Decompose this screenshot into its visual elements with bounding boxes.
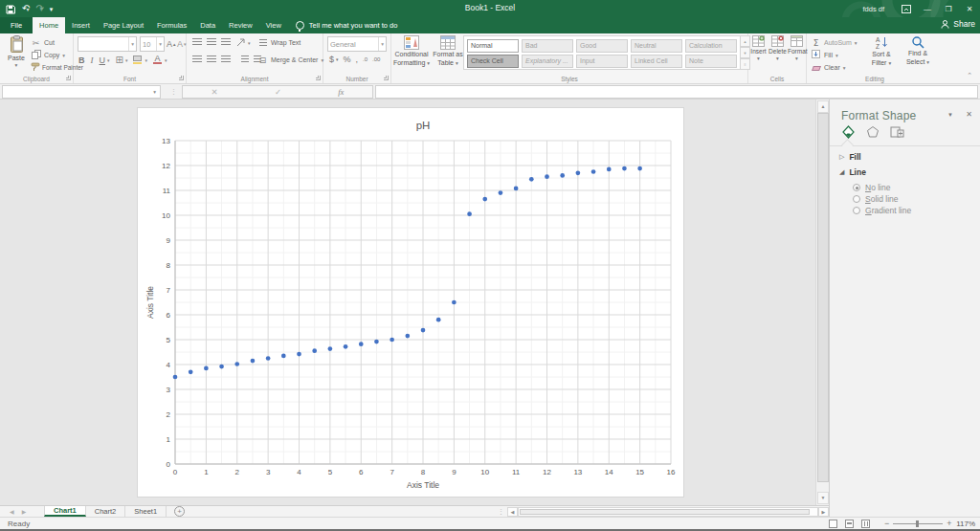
formula-input[interactable]: [375, 85, 978, 99]
zoom-out-icon[interactable]: −: [884, 519, 889, 528]
page-break-view-icon[interactable]: [861, 520, 870, 528]
chart[interactable]: 0123456789101112131415160123456789101112…: [137, 107, 684, 498]
line-section-header[interactable]: ◢Line: [839, 167, 866, 177]
sheet-tab-sheet1[interactable]: Sheet1: [125, 506, 167, 517]
autosum-button[interactable]: ΣAutoSum▾: [811, 36, 858, 49]
close-button[interactable]: ✕: [959, 0, 980, 17]
cell-style-good[interactable]: Good: [576, 39, 628, 53]
font-size-combo[interactable]: 10▾: [140, 36, 165, 52]
vertical-scrollbar-thumb[interactable]: [817, 113, 829, 482]
size-properties-tab-icon[interactable]: [890, 125, 904, 139]
line-option-no-line[interactable]: No line: [853, 183, 890, 192]
align-top-icon[interactable]: [192, 38, 202, 45]
comma-style-icon[interactable]: ,: [356, 55, 359, 64]
number-format-combo[interactable]: General▾: [327, 36, 387, 52]
format-cells-button[interactable]: Format ▾: [788, 35, 806, 81]
ribbon-tab-view[interactable]: View: [259, 17, 288, 33]
italic-button[interactable]: I: [91, 55, 94, 65]
vertical-scrollbar[interactable]: ▲ ▼: [815, 100, 829, 505]
horizontal-scrollbar[interactable]: ⋮ ◀ ▶: [498, 506, 829, 517]
decrease-indent-icon[interactable]: [241, 55, 249, 62]
new-sheet-button[interactable]: +: [174, 506, 185, 517]
ribbon-tab-insert[interactable]: Insert: [65, 17, 97, 33]
increase-decimal-icon[interactable]: .0: [363, 56, 368, 62]
scroll-up-icon[interactable]: ▲: [817, 100, 829, 113]
scroll-down-icon[interactable]: ▼: [817, 492, 829, 504]
ribbon-tab-review[interactable]: Review: [222, 17, 259, 33]
cell-style-normal[interactable]: Normal: [467, 39, 519, 53]
cell-style-explanatory-[interactable]: Explanatory ...: [522, 55, 573, 68]
zoom-in-icon[interactable]: +: [947, 519, 951, 528]
delete-cells-button[interactable]: Delete ▾: [768, 35, 787, 81]
align-right-icon[interactable]: [221, 55, 231, 62]
orientation-icon[interactable]: [236, 37, 247, 47]
name-box[interactable]: ▾: [2, 85, 161, 99]
underline-button[interactable]: U: [100, 55, 106, 65]
paste-button[interactable]: Paste ▾: [3, 35, 30, 81]
ribbon-tab-data[interactable]: Data: [193, 17, 222, 33]
fill-line-tab-icon[interactable]: [841, 125, 856, 139]
radio-icon[interactable]: [853, 195, 860, 203]
share-button[interactable]: Share: [941, 19, 975, 29]
horizontal-scrollbar-thumb[interactable]: [520, 509, 810, 515]
bold-button[interactable]: B: [78, 55, 85, 65]
fill-section-header[interactable]: ▷Fill: [839, 152, 861, 162]
font-name-combo[interactable]: ▾: [78, 36, 137, 52]
scroll-right-icon[interactable]: ▶: [818, 507, 829, 517]
cell-style-bad[interactable]: Bad: [522, 39, 573, 53]
tell-me-box[interactable]: Tell me what you want to do: [296, 17, 398, 33]
formula-bar-splitter[interactable]: ⋮: [170, 88, 173, 96]
fill-color-icon[interactable]: [133, 55, 142, 64]
percent-style-icon[interactable]: %: [344, 55, 351, 64]
sheet-nav-left-icon[interactable]: ◀: [10, 508, 14, 515]
cancel-icon[interactable]: ✕: [212, 87, 218, 97]
zoom-slider-thumb[interactable]: [916, 520, 919, 527]
align-bottom-icon[interactable]: [221, 38, 231, 45]
merge-center-button[interactable]: ⊟Merge & Center▾: [257, 54, 323, 66]
cell-style-check-cell[interactable]: Check Cell: [467, 55, 519, 68]
scroll-left-icon[interactable]: ◀: [507, 507, 518, 517]
radio-icon[interactable]: [853, 184, 860, 191]
insert-cells-button[interactable]: Insert ▾: [749, 35, 768, 81]
alignment-dialog-launcher-icon[interactable]: [316, 76, 321, 80]
decrease-font-icon[interactable]: A▼: [177, 37, 187, 51]
ribbon-tab-page-layout[interactable]: Page Layout: [97, 17, 150, 33]
align-center-icon[interactable]: [207, 55, 216, 62]
accounting-format-icon[interactable]: $: [329, 55, 334, 64]
borders-icon[interactable]: ⊞: [116, 55, 123, 65]
align-left-icon[interactable]: [192, 55, 202, 62]
insert-function-icon[interactable]: fx: [338, 87, 344, 97]
cell-style-calculation[interactable]: Calculation: [685, 39, 737, 53]
decrease-decimal-icon[interactable]: .00: [372, 56, 380, 62]
page-layout-view-icon[interactable]: [845, 520, 854, 528]
format-as-table-button[interactable]: Format as Table ▾: [432, 35, 464, 81]
ribbon-tab-formulas[interactable]: Formulas: [150, 17, 193, 33]
cell-style-neutral[interactable]: Neutral: [631, 39, 682, 53]
pane-close-icon[interactable]: ✕: [966, 110, 972, 119]
enter-icon[interactable]: ✓: [275, 87, 281, 97]
collapse-ribbon-icon[interactable]: ⌃: [967, 72, 972, 79]
line-option-solid-line[interactable]: Solid line: [853, 194, 899, 204]
line-option-gradient-line[interactable]: Gradient line: [853, 206, 911, 215]
ribbon-tab-file[interactable]: File: [0, 17, 33, 33]
fill-button[interactable]: Fill▾: [811, 49, 858, 61]
normal-view-icon[interactable]: [829, 520, 837, 528]
sort-filter-button[interactable]: AZ Sort & Filter ▾: [864, 35, 899, 81]
ribbon-tab-home[interactable]: Home: [33, 17, 65, 33]
align-middle-icon[interactable]: [207, 38, 216, 45]
sheet-nav-right-icon[interactable]: ▶: [22, 508, 27, 515]
font-color-icon[interactable]: A: [153, 55, 162, 64]
increase-font-icon[interactable]: A▲: [167, 37, 176, 51]
find-select-button[interactable]: Find & Select ▾: [901, 35, 935, 81]
cell-style-note[interactable]: Note: [685, 55, 737, 68]
ribbon-display-options-button[interactable]: [896, 0, 917, 17]
cell-style-input[interactable]: Input: [576, 55, 628, 68]
cut-button[interactable]: ✂Cut: [31, 36, 72, 49]
font-dialog-launcher-icon[interactable]: [179, 76, 184, 80]
clipboard-dialog-launcher-icon[interactable]: [66, 76, 71, 80]
sheet-tab-chart2[interactable]: Chart2: [86, 506, 126, 517]
sheet-tab-chart1[interactable]: Chart1: [44, 506, 86, 517]
cell-style-linked-cell[interactable]: Linked Cell: [631, 55, 682, 68]
scrollbar-resize-grip[interactable]: ⋮: [498, 508, 504, 516]
minimize-button[interactable]: —: [917, 0, 938, 17]
